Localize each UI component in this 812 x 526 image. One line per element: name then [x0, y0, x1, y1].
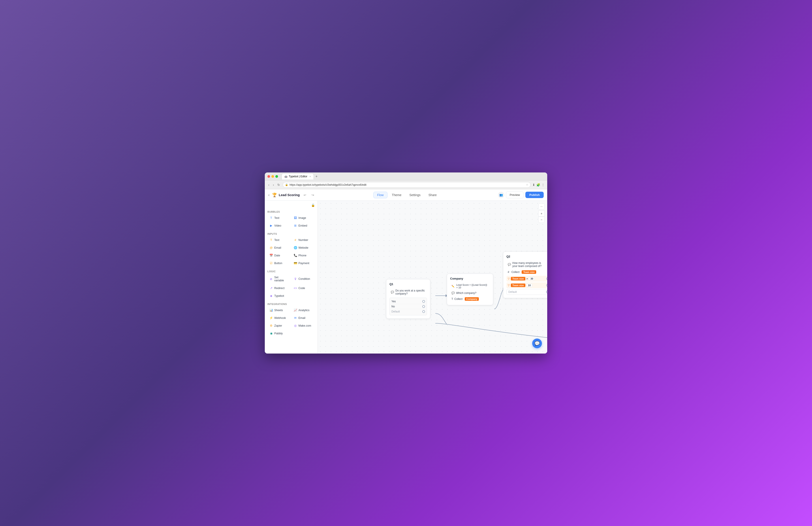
download-icon[interactable]: ⬇: [533, 183, 535, 187]
tab-close-icon[interactable]: ×: [309, 175, 311, 178]
project-title-text: Lead Scoring: [279, 193, 300, 197]
nav-forward-button[interactable]: ›: [272, 182, 275, 187]
q1-choice-no: No: [391, 305, 395, 308]
chat-bubble-button[interactable]: 💬: [532, 339, 542, 348]
sidebar-item-website[interactable]: 🌐 Website: [292, 244, 315, 251]
app-container: ‹ 🏆 Lead Scoring ↩ ↪ Flow Theme Settings…: [265, 189, 547, 354]
minimize-button[interactable]: [271, 175, 274, 178]
sidebar-item-button[interactable]: ☑ Button: [267, 260, 291, 267]
sidebar-item-typebot[interactable]: ◈ Typebot: [267, 293, 291, 299]
q2-default-row: Default: [506, 289, 547, 295]
date-label: Date: [274, 254, 280, 257]
code-label: Code: [299, 287, 305, 290]
company-node[interactable]: Company ✏️ Lead Score = {{Lead Score}}+ …: [447, 274, 493, 305]
sidebar-item-code[interactable]: <> Code: [292, 285, 315, 292]
publish-button[interactable]: Publish: [525, 192, 544, 198]
zapier-label: Zapier: [274, 324, 282, 327]
website-label: Website: [299, 246, 308, 249]
sidebar-item-payment[interactable]: 💳 Payment: [292, 260, 315, 267]
sidebar-item-email[interactable]: @ Email: [267, 244, 291, 251]
sidebar-item-date[interactable]: 📅 Date: [267, 252, 291, 259]
company-collect-label: T: [451, 297, 453, 300]
sidebar-item-analytics[interactable]: 📈 Analytics: [292, 307, 315, 314]
text-input-label: Text: [274, 239, 279, 242]
sidebar-item-redirect[interactable]: ↗ Redirect: [267, 285, 291, 292]
sidebar-item-webhook[interactable]: ⚡ Webhook: [267, 314, 291, 321]
close-button[interactable]: [267, 175, 270, 178]
pabbly-icon: ◉: [270, 332, 273, 335]
sidebar-item-text[interactable]: T Text: [267, 214, 291, 221]
sidebar-item-sheets[interactable]: 📊 Sheets: [267, 307, 291, 314]
sidebar-item-phone[interactable]: 📞 Phone: [292, 252, 315, 259]
sidebar-lock: 🔒: [267, 203, 315, 207]
company-tag: Company: [465, 297, 479, 301]
zoom-out-button[interactable]: −: [538, 217, 545, 223]
number-label: Number: [299, 239, 308, 242]
q2-node[interactable]: Q2 💬 How many employees is your team com…: [503, 252, 547, 298]
sheets-icon: 📊: [270, 309, 273, 312]
maximize-button[interactable]: [275, 175, 278, 178]
sidebar-item-zapier[interactable]: ⚙ Zapier: [267, 322, 291, 329]
bubbles-grid: T Text 🖼 Image ▶ Video ⊞ Embed: [267, 214, 315, 229]
q2-filter1-val: 30: [529, 277, 535, 281]
browser-tab[interactable]: 🤖 Typebot | Editor ×: [281, 173, 314, 180]
filter2-icon: ▽: [508, 284, 510, 287]
canvas-dots-button[interactable]: ···: [538, 203, 545, 210]
sidebar-item-text-input[interactable]: T Text: [267, 237, 291, 243]
q1-question: Do you work at a specific company?: [395, 289, 426, 295]
nav-reload-button[interactable]: ↻: [276, 182, 281, 187]
sidebar-item-embed[interactable]: ⊞ Embed: [292, 222, 315, 229]
canvas-area[interactable]: ··· + − Q1 💬 Do you work at a specific c…: [318, 201, 547, 354]
q1-node[interactable]: Q1 💬 Do you work at a specific company? …: [386, 279, 430, 319]
tab-flow[interactable]: Flow: [373, 192, 388, 198]
tab-favicon: 🤖: [285, 175, 288, 178]
lock-button[interactable]: 🔒: [311, 203, 315, 207]
company-question: Which company?: [456, 292, 476, 295]
condition-icon: ⊽: [294, 278, 297, 281]
collab-button[interactable]: 👥: [498, 192, 504, 198]
email-int-icon: ✉: [294, 316, 297, 319]
video-label: Video: [274, 224, 281, 227]
q2-collect-icon: #: [508, 270, 509, 274]
sidebar-item-email-int[interactable]: ✉ Email: [292, 314, 315, 321]
logic-grid: ⊘ Set variable ⊽ Condition ↗ Redirect <>…: [267, 274, 315, 299]
sidebar-item-make[interactable]: ◎ Make.com: [292, 322, 315, 329]
filter1-connector: [546, 278, 547, 280]
website-icon: 🌐: [294, 246, 297, 249]
q2-filter2-tag: Team size: [511, 284, 525, 287]
redo-button[interactable]: ↪: [310, 192, 316, 198]
tab-settings[interactable]: Settings: [406, 192, 424, 198]
canvas-controls: ··· + −: [538, 203, 545, 223]
date-icon: 📅: [270, 254, 273, 257]
sidebar-item-image[interactable]: 🖼 Image: [292, 214, 315, 221]
q2-question: How many employees is your team composed…: [512, 261, 546, 268]
integrations-grid: 📊 Sheets 📈 Analytics ⚡ Webhook ✉ Email: [267, 307, 315, 337]
tab-theme[interactable]: Theme: [388, 192, 405, 198]
q1-question-row: 💬 Do you work at a specific company?: [389, 288, 427, 296]
q2-filter2-val: 10: [526, 284, 532, 287]
new-tab-button[interactable]: +: [314, 173, 319, 179]
sidebar-item-pabbly[interactable]: ◉ Pabbly: [267, 330, 291, 337]
menu-icon[interactable]: ⋮: [541, 183, 545, 187]
company-bubble-icon: 💬: [451, 292, 455, 295]
browser-window: 🤖 Typebot | Editor × + ‹ › ↻ 🔒 https://a…: [265, 172, 547, 354]
sidebar-item-set-variable[interactable]: ⊘ Set variable: [267, 274, 291, 284]
undo-button[interactable]: ↩: [302, 192, 308, 198]
analytics-icon: 📈: [294, 309, 297, 312]
extensions-icon[interactable]: 🧩: [536, 183, 540, 187]
header-nav: Flow Theme Settings Share: [373, 192, 440, 198]
preview-button[interactable]: Preview: [506, 191, 524, 198]
company-collect-row: T Collect Company: [450, 296, 490, 302]
back-button[interactable]: ‹: [268, 193, 270, 197]
zapier-icon: ⚙: [270, 324, 273, 327]
url-bar[interactable]: 🔒 https://app.typebot.io/typebots/cl3whd…: [282, 182, 531, 188]
sidebar-item-video[interactable]: ▶ Video: [267, 222, 291, 229]
tab-share[interactable]: Share: [425, 192, 440, 198]
zoom-in-button[interactable]: +: [538, 211, 545, 217]
sidebar-item-number[interactable]: # Number: [292, 237, 315, 243]
sidebar-item-condition[interactable]: ⊽ Condition: [292, 274, 315, 284]
nav-back-button[interactable]: ‹: [267, 182, 270, 187]
q2-title: Q2: [506, 255, 547, 258]
main-area: 🔒 Bubbles T Text 🖼 Image ▶ Video: [265, 201, 547, 354]
company-question-row: 💬 Which company?: [450, 290, 490, 296]
